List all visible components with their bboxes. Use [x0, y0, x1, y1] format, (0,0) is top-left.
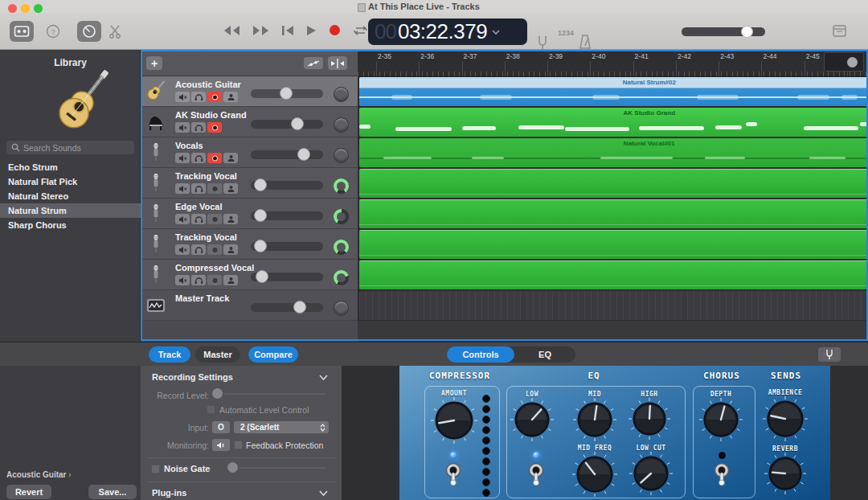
- pan-knob[interactable]: [334, 148, 349, 163]
- mute-button[interactable]: [175, 122, 190, 133]
- track-header[interactable]: Acoustic Guitar: [141, 76, 358, 107]
- tab-controls[interactable]: Controls: [447, 346, 514, 363]
- track-header[interactable]: Edge Vocal: [141, 199, 358, 229]
- noise-gate-slider-track[interactable]: [239, 467, 326, 469]
- tab-compare[interactable]: Compare: [248, 346, 298, 363]
- library-item[interactable]: Echo Strum: [0, 160, 141, 174]
- record-enable-button[interactable]: [207, 122, 222, 133]
- track-header[interactable]: Tracking Vocal: [141, 168, 358, 199]
- go-to-beginning-button[interactable]: [281, 25, 294, 36]
- track-volume-handle[interactable]: [280, 87, 293, 100]
- input-source-dropdown[interactable]: 2 (Scarlett: [234, 421, 329, 433]
- region[interactable]: [359, 291, 868, 320]
- eq-switch[interactable]: [527, 462, 545, 490]
- mid-freq-knob[interactable]: [571, 451, 618, 500]
- mute-button[interactable]: [175, 275, 190, 285]
- track-volume-handle[interactable]: [291, 117, 304, 130]
- track-volume-slider[interactable]: [251, 211, 323, 220]
- compressor-switch[interactable]: [444, 462, 462, 490]
- record-button[interactable]: [329, 24, 341, 36]
- track-volume-slider[interactable]: [251, 120, 323, 129]
- mute-button[interactable]: [175, 244, 190, 255]
- timeline-ruler[interactable]: 2-352-362-372-382-392-402-412-422-432-44…: [358, 50, 868, 76]
- pan-knob[interactable]: [334, 178, 349, 194]
- monitoring-button[interactable]: [212, 439, 230, 451]
- record-level-slider-handle[interactable]: [212, 388, 223, 399]
- chorus-switch[interactable]: [713, 462, 731, 490]
- headphones-button[interactable]: [191, 92, 206, 102]
- tuning-button[interactable]: [818, 347, 841, 362]
- track-volume-handle[interactable]: [254, 240, 267, 252]
- master-volume-slider[interactable]: [682, 27, 765, 36]
- play-button[interactable]: [306, 25, 317, 36]
- track-volume-slider[interactable]: [251, 303, 323, 312]
- fast-forward-button[interactable]: [252, 25, 269, 36]
- input-monitor-button[interactable]: [223, 183, 238, 194]
- library-item[interactable]: Natural Flat Pick: [0, 174, 141, 189]
- mute-button[interactable]: [175, 214, 190, 224]
- mute-button[interactable]: [175, 183, 190, 194]
- depth-knob[interactable]: [698, 397, 743, 445]
- track-volume-handle[interactable]: [256, 270, 268, 283]
- collapse-chevron-icon[interactable]: [319, 490, 328, 496]
- ambience-knob[interactable]: [762, 395, 809, 445]
- pan-knob[interactable]: [334, 270, 349, 285]
- library-item[interactable]: Sharp Chorus: [0, 218, 141, 232]
- library-item[interactable]: Natural Stereo: [0, 189, 141, 203]
- headphones-button[interactable]: [191, 153, 206, 163]
- input-monitor-button[interactable]: [223, 244, 238, 255]
- input-monitor-button[interactable]: [223, 92, 238, 102]
- headphones-button[interactable]: [191, 244, 206, 255]
- track-header[interactable]: Master Track: [141, 290, 358, 321]
- minimize-window-button[interactable]: [21, 4, 30, 13]
- pan-knob[interactable]: [334, 117, 349, 133]
- tuner-icon[interactable]: [537, 35, 548, 51]
- library-item[interactable]: Natural Strum: [0, 203, 141, 218]
- track-volume-slider[interactable]: [251, 150, 323, 159]
- feedback-protection-checkbox[interactable]: [234, 441, 243, 449]
- quick-help-button[interactable]: ?: [45, 23, 61, 39]
- mid-knob[interactable]: [572, 397, 617, 445]
- zoom-slider[interactable]: [824, 52, 864, 72]
- mute-button[interactable]: [175, 153, 190, 163]
- patch-breadcrumb[interactable]: Acoustic Guitar ›: [6, 470, 72, 479]
- record-enable-button[interactable]: [207, 214, 222, 224]
- count-in-button[interactable]: 1234: [558, 29, 574, 37]
- track-volume-handle[interactable]: [254, 178, 267, 191]
- noise-gate-slider-handle[interactable]: [227, 462, 238, 473]
- region[interactable]: Natural Strum#02: [359, 77, 868, 106]
- smart-controls-button[interactable]: [77, 21, 101, 42]
- chevron-down-icon[interactable]: [492, 30, 500, 35]
- record-level-slider-track[interactable]: [224, 393, 326, 395]
- track-volume-handle[interactable]: [293, 301, 306, 314]
- pan-knob[interactable]: [334, 240, 349, 255]
- track-volume-slider[interactable]: [251, 89, 323, 98]
- pan-knob[interactable]: [334, 301, 349, 316]
- search-sounds-field[interactable]: Search Sounds: [6, 141, 134, 154]
- record-enable-button[interactable]: [207, 183, 222, 194]
- input-format-button[interactable]: O: [212, 421, 230, 433]
- auto-level-checkbox[interactable]: [207, 405, 215, 414]
- zoom-slider-handle[interactable]: [847, 57, 858, 68]
- input-monitor-button[interactable]: [223, 275, 238, 285]
- cycle-button[interactable]: [353, 25, 368, 36]
- headphones-button[interactable]: [191, 214, 206, 224]
- low-knob[interactable]: [510, 397, 555, 445]
- track-volume-handle[interactable]: [297, 148, 310, 161]
- zoom-window-button[interactable]: [34, 4, 43, 13]
- pan-knob[interactable]: [334, 87, 349, 102]
- close-window-button[interactable]: [8, 4, 17, 13]
- editors-button[interactable]: [106, 23, 124, 40]
- record-enable-button[interactable]: [207, 153, 222, 163]
- track-header[interactable]: Compressed Vocal: [141, 260, 358, 290]
- track-volume-slider[interactable]: [251, 181, 323, 190]
- region[interactable]: [359, 260, 868, 289]
- mute-button[interactable]: [175, 92, 190, 102]
- metronome-icon[interactable]: [579, 35, 592, 50]
- low-cut-knob[interactable]: [628, 451, 674, 499]
- high-knob[interactable]: [628, 397, 671, 444]
- noise-gate-checkbox[interactable]: [151, 465, 160, 473]
- media-browser-icon[interactable]: [833, 25, 846, 37]
- track-volume-handle[interactable]: [254, 209, 267, 222]
- track-header[interactable]: Vocals: [141, 137, 358, 168]
